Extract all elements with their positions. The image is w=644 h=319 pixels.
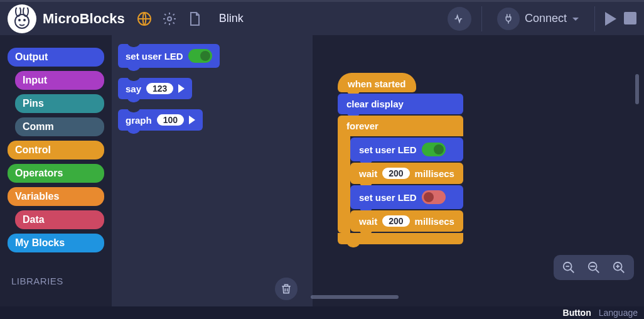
block-palette: set user LED say 123 graph 100 (112, 35, 313, 306)
expand-icon[interactable] (178, 84, 185, 93)
category-operators[interactable]: Operators (8, 164, 104, 183)
app-logo (8, 4, 36, 33)
toolbar-divider (481, 6, 482, 31)
category-variables[interactable]: Variables (8, 187, 104, 206)
wait-value[interactable]: 200 (382, 215, 409, 227)
plug-icon (497, 8, 520, 30)
vertical-scrollbar[interactable] (635, 74, 639, 104)
wait-value[interactable]: 200 (382, 168, 409, 179)
svg-line-15 (621, 269, 625, 273)
file-icon[interactable] (185, 9, 204, 28)
zoom-out-button[interactable] (560, 259, 577, 276)
block-unit: millisecs (415, 216, 454, 227)
chevron-down-icon (572, 15, 579, 23)
expand-icon[interactable] (189, 116, 195, 124)
trash-button[interactable] (275, 278, 298, 300)
top-toolbar: MicroBlocks Blink Connect (0, 0, 644, 35)
block-clear-display[interactable]: clear display (338, 94, 463, 114)
zoom-reset-button[interactable] (585, 259, 603, 276)
footer-language[interactable]: Language (599, 308, 638, 318)
horizontal-scrollbar[interactable] (311, 295, 399, 299)
block-label: clear display (346, 99, 404, 109)
libraries-heading[interactable]: LIBRARIES (8, 276, 104, 286)
block-label: graph (126, 115, 152, 126)
script-stack[interactable]: when started clear display forever set u… (338, 73, 463, 244)
block-wait-1[interactable]: wait 200 millisecs (350, 163, 463, 184)
block-label: wait (359, 216, 377, 227)
category-output[interactable]: Output (8, 48, 104, 67)
svg-point-2 (15, 14, 29, 28)
palette-block-say[interactable]: say 123 (118, 78, 192, 99)
svg-point-6 (168, 17, 171, 21)
toggle-on-icon[interactable] (188, 49, 212, 63)
run-button[interactable] (605, 12, 616, 26)
status-bar: Button Language (0, 306, 644, 319)
block-unit: millisecs (415, 168, 454, 179)
block-label: set user LED (359, 144, 417, 155)
toggle-off-icon[interactable] (422, 190, 446, 204)
globe-icon[interactable] (135, 9, 154, 28)
block-set-user-led-on[interactable]: set user LED (350, 138, 463, 161)
category-pins[interactable]: Pins (15, 94, 104, 113)
stop-button[interactable] (624, 12, 636, 24)
signal-button[interactable] (448, 7, 471, 31)
graph-value[interactable]: 100 (157, 114, 184, 126)
zoom-controls (554, 255, 634, 280)
app-name: MicroBlocks (43, 11, 125, 27)
category-sidebar: Output Input Pins Comm Control Operators… (0, 35, 112, 306)
category-myblocks[interactable]: My Blocks (8, 234, 104, 252)
toggle-on-icon[interactable] (422, 143, 446, 156)
svg-point-4 (23, 19, 26, 21)
block-label: wait (359, 168, 377, 179)
connect-label: Connect (525, 12, 567, 25)
category-comm[interactable]: Comm (15, 117, 104, 136)
forever-label: forever (338, 116, 463, 136)
svg-point-3 (18, 19, 21, 21)
svg-line-11 (596, 269, 599, 273)
block-label: set user LED (359, 192, 417, 203)
block-forever[interactable]: forever set user LED wait 200 (338, 116, 463, 244)
palette-block-graph[interactable]: graph 100 (118, 109, 203, 131)
gear-icon[interactable] (160, 9, 179, 28)
main-area: Output Input Pins Comm Control Operators… (0, 35, 644, 306)
block-wait-2[interactable]: wait 200 millisecs (350, 210, 463, 232)
hat-when-started[interactable]: when started (338, 73, 416, 92)
script-canvas[interactable]: when started clear display forever set u… (313, 35, 644, 306)
say-value[interactable]: 123 (146, 83, 173, 94)
category-data[interactable]: Data (15, 210, 104, 229)
block-label: say (126, 84, 141, 94)
category-input[interactable]: Input (15, 71, 104, 90)
connect-button[interactable]: Connect (492, 8, 584, 30)
svg-line-8 (571, 269, 574, 273)
project-name: Blink (219, 12, 244, 25)
category-control[interactable]: Control (8, 141, 104, 160)
footer-button[interactable]: Button (563, 308, 591, 318)
block-label: set user LED (126, 51, 183, 62)
zoom-in-button[interactable] (610, 259, 628, 276)
toolbar-divider (594, 6, 595, 31)
palette-block-set-user-led[interactable]: set user LED (118, 44, 220, 68)
block-set-user-led-off[interactable]: set user LED (350, 185, 463, 209)
